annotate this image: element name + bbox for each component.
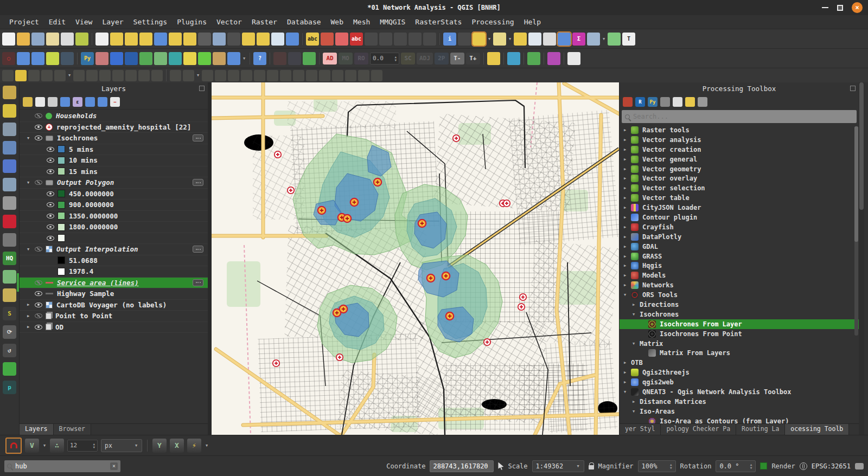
hospital-marker[interactable] xyxy=(288,187,294,194)
hospital-marker-selected[interactable] xyxy=(350,198,358,206)
map-canvas[interactable] xyxy=(212,82,619,435)
style-dock-icon[interactable] xyxy=(3,178,16,191)
new-project-icon[interactable] xyxy=(2,33,15,46)
python-scripts-icon[interactable]: Py xyxy=(648,97,658,107)
expand-all-icon[interactable] xyxy=(85,97,95,107)
construction-icon[interactable] xyxy=(183,70,194,81)
menu-database[interactable]: Database xyxy=(282,16,326,28)
layer-row[interactable]: 900.0000000 xyxy=(20,200,208,211)
memory-layer-badge[interactable] xyxy=(193,134,203,141)
menu-vector[interactable]: Vector xyxy=(212,16,247,28)
style-manager-icon[interactable] xyxy=(75,33,88,46)
split-features-icon[interactable] xyxy=(319,70,330,81)
algorithm-row[interactable]: Matrix From Layers xyxy=(620,348,859,358)
table-refresh-icon[interactable] xyxy=(303,52,316,65)
redo-icon[interactable] xyxy=(151,70,163,81)
algorithm-row[interactable]: Isochrones From Point xyxy=(620,329,859,339)
algorithm-row[interactable]: ▶Vector creation xyxy=(620,145,859,155)
p-circle-icon[interactable]: p xyxy=(3,381,16,394)
hospital-marker-selected[interactable] xyxy=(418,220,426,227)
layer-row[interactable]: Households xyxy=(20,111,208,122)
digitize-icon[interactable] xyxy=(41,70,53,81)
label-red-icon[interactable]: abc xyxy=(350,33,363,46)
crs-value[interactable]: EPSG:32651 xyxy=(812,462,851,470)
reshape-icon[interactable] xyxy=(293,70,304,81)
hospital-marker[interactable] xyxy=(503,200,510,207)
rotate-feature-icon[interactable] xyxy=(202,70,213,81)
hospital-marker[interactable] xyxy=(518,304,525,310)
menu-view[interactable]: View xyxy=(71,16,97,28)
advanced-Tminus-button[interactable]: T- xyxy=(450,53,464,65)
layer-row[interactable]: ▶Point to Point xyxy=(20,311,208,322)
add-ring-icon[interactable] xyxy=(228,70,239,81)
visibility-eye-icon[interactable] xyxy=(35,303,42,307)
layer-row[interactable]: Highway Sample xyxy=(20,288,208,300)
algorithm-row[interactable]: ▶Networks xyxy=(620,280,859,290)
collapse-arrow-icon[interactable]: ▼ xyxy=(633,342,640,346)
open-project-icon[interactable] xyxy=(17,33,30,46)
panel-close-icon[interactable] xyxy=(850,86,856,91)
layer-row[interactable]: ▼Output Interpolation xyxy=(20,244,208,255)
help-icon[interactable]: ? xyxy=(253,52,266,65)
processing-toolbox-icon[interactable] xyxy=(558,33,571,46)
hospital-marker[interactable] xyxy=(336,354,343,361)
hospital-marker-selected[interactable] xyxy=(343,215,351,222)
hospital-marker-selected[interactable] xyxy=(318,207,326,214)
rotation-stepper[interactable]: 0.0 ° ▲▼ xyxy=(716,460,756,472)
lastools-icon[interactable] xyxy=(169,52,182,65)
dropdown-caret-icon[interactable]: ▼ xyxy=(196,73,200,78)
bucket-icon[interactable] xyxy=(3,196,16,210)
manage-map-themes-icon[interactable] xyxy=(48,97,58,107)
advanced-SC-button[interactable]: SC xyxy=(401,53,415,65)
label-pin-icon[interactable] xyxy=(335,33,348,46)
maximize-icon[interactable] xyxy=(837,5,843,11)
advanced-2P-button[interactable]: 2P xyxy=(435,53,449,65)
collapse-arrow-icon[interactable]: ▼ xyxy=(27,181,35,185)
algorithm-row[interactable]: ▼Matrix xyxy=(620,339,859,349)
run-feature-action-icon[interactable] xyxy=(458,33,471,46)
save-project-icon[interactable] xyxy=(31,33,44,46)
snapping-tolerance-stepper[interactable]: 12 ▲▼ xyxy=(67,440,98,452)
expand-arrow-icon[interactable]: ▶ xyxy=(624,128,631,132)
menu-help[interactable]: Help xyxy=(519,16,546,28)
vector-tools-icon[interactable] xyxy=(139,52,152,65)
visibility-eye-icon[interactable] xyxy=(47,191,54,196)
expand-arrow-icon[interactable]: ▶ xyxy=(624,215,631,220)
layer-row[interactable]: ▶CartoDB Voyager (no labels) xyxy=(20,300,208,311)
collapse-arrow-icon[interactable]: ▼ xyxy=(633,409,640,414)
map-svg[interactable] xyxy=(212,82,619,435)
offset-curve-icon[interactable] xyxy=(306,70,317,81)
mmqgis-grid-icon[interactable] xyxy=(95,52,108,65)
visibility-eye-icon[interactable] xyxy=(35,247,42,252)
algorithm-row[interactable]: ▶OTB xyxy=(620,358,859,368)
delete-selected-icon[interactable] xyxy=(86,70,98,81)
hospital-marker[interactable] xyxy=(484,339,490,345)
enable-snapping-button[interactable] xyxy=(5,438,22,454)
osm-place-search-icon[interactable] xyxy=(61,52,74,65)
visibility-eye-icon[interactable] xyxy=(47,147,54,152)
algorithm-row[interactable]: ▶Vector table xyxy=(620,193,859,203)
menu-settings[interactable]: Settings xyxy=(129,16,173,28)
new-print-layout-icon[interactable] xyxy=(46,33,59,46)
hospital-marker-selected[interactable] xyxy=(374,178,381,186)
visibility-eye-icon[interactable] xyxy=(35,325,42,330)
expand-arrow-icon[interactable]: ▶ xyxy=(633,400,640,404)
locator-clear-icon[interactable]: × xyxy=(110,462,118,470)
expand-arrow-icon[interactable]: ▶ xyxy=(624,283,631,287)
expand-arrow-icon[interactable]: ▶ xyxy=(624,176,631,181)
expand-arrow-icon[interactable]: ▶ xyxy=(624,205,631,210)
expand-arrow-icon[interactable]: ▶ xyxy=(624,225,631,229)
expand-arrow-icon[interactable]: ▶ xyxy=(27,303,35,307)
qneat3-terrain-icon[interactable] xyxy=(198,52,211,65)
pan-to-selection-icon[interactable] xyxy=(110,33,123,46)
reload-icon[interactable]: ⟳ xyxy=(3,325,16,339)
close-icon[interactable]: × xyxy=(852,2,863,13)
expand-arrow-icon[interactable]: ▶ xyxy=(624,273,631,278)
collapse-arrow-icon[interactable]: ▼ xyxy=(27,247,35,252)
temporal-controller-icon[interactable] xyxy=(271,33,284,46)
wfs-catalog-icon[interactable] xyxy=(3,104,16,118)
add-part-icon[interactable] xyxy=(241,70,252,81)
visibility-eye-icon[interactable] xyxy=(35,291,42,296)
visibility-eye-icon[interactable] xyxy=(35,313,42,318)
algorithm-row[interactable]: Isochrones From Layer xyxy=(620,319,859,329)
